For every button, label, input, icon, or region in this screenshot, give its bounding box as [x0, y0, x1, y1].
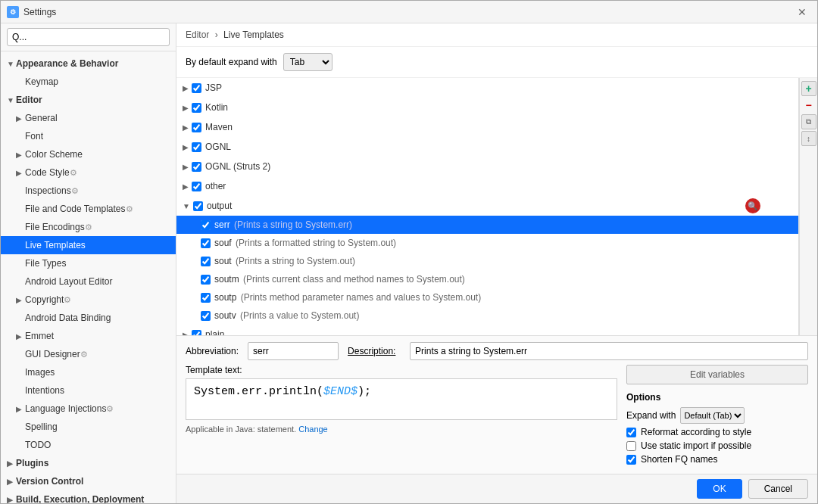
sidebar-item-copyright[interactable]: ▶ Copyright ⚙ [1, 291, 176, 309]
template-checkbox-soutm[interactable] [201, 275, 211, 285]
remove-template-button[interactable]: − [801, 98, 816, 113]
sidebar-item-label: Emmet [25, 331, 54, 341]
sidebar-item-images[interactable]: Images [1, 363, 176, 381]
group-checkbox-output[interactable] [193, 201, 203, 211]
template-abbr: soutm [214, 274, 239, 285]
group-row-ognl-struts2[interactable]: ▶ OGNL (Struts 2) [176, 157, 798, 176]
reformat-checkbox[interactable] [626, 428, 636, 437]
sidebar-item-editor[interactable]: ▼ Editor [1, 91, 176, 109]
template-abbr: souf [214, 238, 232, 248]
sidebar-item-build-execution[interactable]: ▶ Build, Execution, Deployment [1, 490, 176, 503]
sidebar-item-plugins[interactable]: ▶ Plugins [1, 454, 176, 472]
sidebar-item-inspections[interactable]: Inspections ⚙ [1, 182, 176, 200]
sidebar-item-label: File Encodings [25, 222, 85, 232]
move-template-button[interactable]: ↕ [801, 131, 816, 146]
sidebar-item-appearance[interactable]: ▼ Appearance & Behavior [1, 54, 176, 73]
group-checkbox-other[interactable] [192, 182, 201, 191]
group-label: other [205, 181, 226, 191]
group-checkbox-jsp[interactable] [192, 83, 201, 93]
change-link[interactable]: Change [298, 425, 328, 434]
group-row-ognl[interactable]: ▶ OGNL [176, 137, 798, 157]
group-checkbox-ognl[interactable] [192, 142, 201, 152]
sidebar-item-todo[interactable]: TODO [1, 436, 176, 454]
sidebar-item-label: Live Templates [25, 240, 86, 250]
option-row-static-import: Use static import if possible [626, 440, 808, 451]
expand-arrow [16, 278, 25, 286]
sidebar-item-spelling[interactable]: Spelling [1, 418, 176, 436]
sidebar-item-intentions[interactable]: Intentions [1, 381, 176, 400]
search-input[interactable] [7, 28, 170, 46]
sidebar-item-general[interactable]: ▶ General [1, 109, 176, 127]
expand-arrow: ▶ [16, 405, 25, 413]
sidebar-item-emmet[interactable]: ▶ Emmet [1, 327, 176, 345]
sidebar-item-keymap[interactable]: Keymap [1, 73, 176, 91]
sidebar-item-version-control[interactable]: ▶ Version Control [1, 472, 176, 490]
group-row-plain[interactable]: ▶ plain [176, 325, 798, 335]
add-template-button[interactable]: + [801, 81, 816, 96]
group-row-jsp[interactable]: ▶ JSP [176, 78, 798, 98]
group-row-other[interactable]: ▶ other [176, 176, 798, 196]
abbreviation-input[interactable] [248, 342, 339, 360]
template-checkbox-soutp[interactable] [201, 293, 211, 303]
settings-icon: ⚙ [64, 295, 71, 305]
group-label: OGNL [205, 142, 231, 152]
sidebar-item-language-injections[interactable]: ▶ Language Injections ⚙ [1, 400, 176, 418]
group-checkbox-plain[interactable] [192, 330, 201, 336]
expand-arrow [16, 350, 25, 359]
abbr-row: Abbreviation: Description: [186, 342, 808, 360]
template-checkbox-soutv[interactable] [201, 311, 211, 321]
template-checkbox-sout[interactable] [201, 257, 211, 266]
group-checkbox-kotlin[interactable] [192, 103, 201, 113]
search-icon[interactable]: 🔍 [745, 198, 760, 213]
template-row-serr[interactable]: serr (Prints a string to System.err) [176, 216, 798, 234]
shorten-fq-label: Shorten FQ names [641, 454, 717, 465]
template-row-souf[interactable]: souf (Prints a formatted string to Syste… [176, 234, 798, 252]
sidebar-item-file-types[interactable]: File Types [1, 254, 176, 272]
sidebar-item-android-layout-editor[interactable]: Android Layout Editor [1, 272, 176, 291]
applicable-row: Applicable in Java: statement. Change [186, 425, 617, 434]
ok-button[interactable]: OK [697, 479, 742, 499]
sidebar-item-label: Color Scheme [25, 149, 83, 160]
expand-with-select[interactable]: Default (Tab) Tab Enter Space [680, 407, 745, 424]
close-button[interactable]: ✕ [793, 5, 811, 20]
sidebar-item-gui-designer[interactable]: GUI Designer ⚙ [1, 345, 176, 363]
description-input[interactable] [410, 342, 808, 360]
sidebar-item-file-encodings[interactable]: File Encodings ⚙ [1, 218, 176, 236]
group-row-kotlin[interactable]: ▶ Kotlin [176, 98, 798, 117]
left-bottom: Template text: System.err.println($END$)… [186, 365, 617, 468]
group-expand-arrow: ▶ [183, 84, 189, 92]
template-desc: (Prints current class and method names t… [241, 274, 465, 285]
group-row-maven[interactable]: ▶ Maven [176, 117, 798, 137]
template-desc: (Prints a string to System.out) [233, 256, 355, 266]
template-row-sout[interactable]: sout (Prints a string to System.out) [176, 252, 798, 270]
expand-with-select[interactable]: Tab Enter Space [283, 53, 333, 71]
sidebar-item-font[interactable]: Font [1, 127, 176, 145]
static-import-checkbox[interactable] [626, 441, 636, 451]
template-row-soutp[interactable]: soutp (Prints method parameter names and… [176, 288, 798, 306]
expand-with-row: Expand with Default (Tab) Tab Enter Spac… [626, 407, 808, 424]
group-checkbox-maven[interactable] [192, 123, 201, 132]
group-checkbox-ognl-struts2[interactable] [192, 162, 201, 172]
cancel-button[interactable]: Cancel [748, 479, 808, 499]
group-row-output[interactable]: ▼ output 🔍 [176, 196, 798, 216]
window-title: Settings [23, 7, 56, 17]
sidebar-item-live-templates[interactable]: Live Templates [1, 236, 176, 254]
template-row-soutv[interactable]: soutv (Prints a value to System.out) [176, 306, 798, 325]
template-row-soutm[interactable]: soutm (Prints current class and method n… [176, 270, 798, 288]
shorten-fq-checkbox[interactable] [626, 455, 636, 465]
template-desc: (Prints method parameter names and value… [238, 292, 481, 303]
template-checkbox-serr[interactable] [201, 220, 211, 230]
template-checkbox-souf[interactable] [201, 238, 211, 248]
expand-arrow [16, 223, 25, 232]
sidebar-item-label: Build, Execution, Deployment [16, 494, 144, 503]
sidebar-item-android-data-binding[interactable]: Android Data Binding [1, 309, 176, 327]
expand-arrow [16, 260, 25, 268]
sidebar-item-color-scheme[interactable]: ▶ Color Scheme [1, 145, 176, 163]
sidebar-item-label: Spelling [25, 422, 58, 432]
sidebar-item-file-code-templates[interactable]: File and Code Templates ⚙ [1, 200, 176, 218]
search-box [1, 23, 176, 51]
dialog-footer: OK Cancel [176, 474, 817, 503]
copy-template-button[interactable]: ⧉ [801, 114, 816, 129]
edit-variables-button[interactable]: Edit variables [626, 365, 808, 384]
sidebar-item-code-style[interactable]: ▶ Code Style ⚙ [1, 163, 176, 182]
